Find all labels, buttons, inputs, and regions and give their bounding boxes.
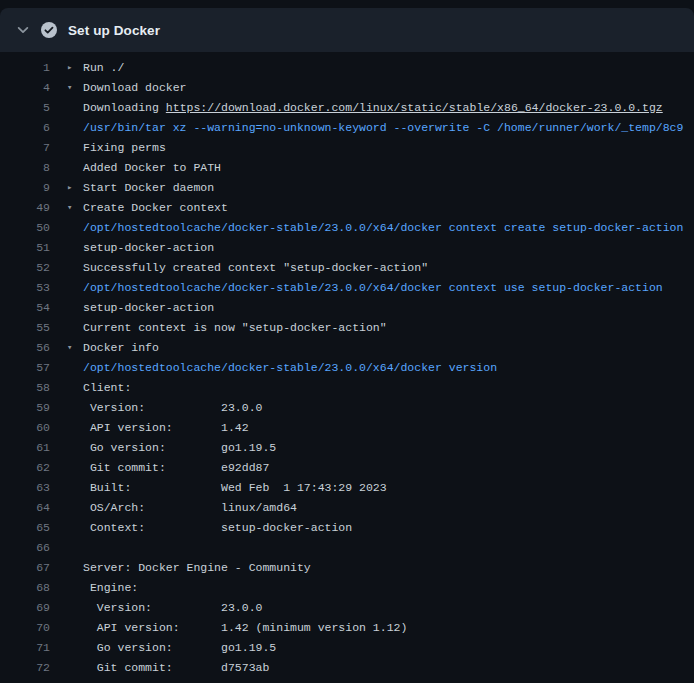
line-number[interactable]: 67 xyxy=(0,558,50,578)
download-url-link[interactable]: https://download.docker.com/linux/static… xyxy=(166,101,663,114)
log-line: 55Current context is now "setup-docker-a… xyxy=(0,318,694,338)
log-group-header[interactable]: 1▸Run ./ xyxy=(0,58,694,78)
log-line: 72 Git commit: d7573ab xyxy=(0,658,694,678)
log-line: 54setup-docker-action xyxy=(0,298,694,318)
log-text: Version: 23.0.0 xyxy=(83,401,262,414)
log-line: 53/opt/hostedtoolcache/docker-stable/23.… xyxy=(0,278,694,298)
log-group-header[interactable]: 4▾Download docker xyxy=(0,78,694,98)
log-line: 59 Version: 23.0.0 xyxy=(0,398,694,418)
line-content: /usr/bin/tar xz --warning=no-unknown-key… xyxy=(66,118,694,138)
log-line: 58Client: xyxy=(0,378,694,398)
line-content: ▸Start Docker daemon xyxy=(66,178,694,198)
log-line: 70 API version: 1.42 (minimum version 1.… xyxy=(0,618,694,638)
line-number[interactable]: 51 xyxy=(0,238,50,258)
line-content: setup-docker-action xyxy=(66,238,694,258)
line-number[interactable]: 58 xyxy=(0,378,50,398)
group-expanded-arrow-icon: ▾ xyxy=(67,198,81,218)
line-content: Downloading https://download.docker.com/… xyxy=(66,98,694,118)
log-line: 67Server: Docker Engine - Community xyxy=(0,558,694,578)
log-text: setup-docker-action xyxy=(83,301,214,314)
line-number[interactable]: 68 xyxy=(0,578,50,598)
line-content: ▾Docker info xyxy=(66,338,694,358)
line-content xyxy=(66,538,694,558)
line-content: /opt/hostedtoolcache/docker-stable/23.0.… xyxy=(66,278,694,298)
line-content: Current context is now "setup-docker-act… xyxy=(66,318,694,338)
line-number[interactable]: 5 xyxy=(0,98,50,118)
line-number[interactable]: 57 xyxy=(0,358,50,378)
log-group-header[interactable]: 9▸Start Docker daemon xyxy=(0,178,694,198)
line-number[interactable]: 71 xyxy=(0,638,50,658)
line-number[interactable]: 7 xyxy=(0,138,50,158)
line-content: Go version: go1.19.5 xyxy=(66,638,694,658)
line-number[interactable]: 63 xyxy=(0,478,50,498)
line-number[interactable]: 8 xyxy=(0,158,50,178)
line-number[interactable]: 62 xyxy=(0,458,50,478)
line-number[interactable]: 61 xyxy=(0,438,50,458)
line-number[interactable]: 64 xyxy=(0,498,50,518)
log-group-header[interactable]: 49▾Create Docker context xyxy=(0,198,694,218)
log-text: Git commit: e92dd87 xyxy=(83,461,269,474)
line-content: Built: Wed Feb 1 17:43:29 2023 xyxy=(66,478,694,498)
log-line: 57/opt/hostedtoolcache/docker-stable/23.… xyxy=(0,358,694,378)
step-success-check-icon xyxy=(41,22,57,38)
log-line: 71 Go version: go1.19.5 xyxy=(0,638,694,658)
line-number[interactable]: 59 xyxy=(0,398,50,418)
line-content: Fixing perms xyxy=(66,138,694,158)
line-content: Version: 23.0.0 xyxy=(66,598,694,618)
log-line: 61 Go version: go1.19.5 xyxy=(0,438,694,458)
chevron-down-icon[interactable] xyxy=(16,23,30,37)
line-number[interactable]: 1 xyxy=(0,58,50,78)
line-content: ▸Run ./ xyxy=(66,58,694,78)
log-text: API version: 1.42 (minimum version 1.12) xyxy=(83,621,407,634)
line-number[interactable]: 54 xyxy=(0,298,50,318)
line-number[interactable]: 6 xyxy=(0,118,50,138)
line-number[interactable]: 60 xyxy=(0,418,50,438)
step-header[interactable]: Set up Docker xyxy=(0,8,694,52)
line-content: Added Docker to PATH xyxy=(66,158,694,178)
log-line: 62 Git commit: e92dd87 xyxy=(0,458,694,478)
line-number[interactable]: 4 xyxy=(0,78,50,98)
line-content: /opt/hostedtoolcache/docker-stable/23.0.… xyxy=(66,218,694,238)
log-text: Git commit: d7573ab xyxy=(83,661,269,674)
log-line: 5Downloading https://download.docker.com… xyxy=(0,98,694,118)
log-text: API version: 1.42 xyxy=(83,421,249,434)
log-text: Built: Wed Feb 1 17:43:29 2023 xyxy=(83,481,387,494)
line-content: API version: 1.42 (minimum version 1.12) xyxy=(66,618,694,638)
line-number[interactable]: 50 xyxy=(0,218,50,238)
group-title: Start Docker daemon xyxy=(83,181,214,194)
line-number[interactable]: 53 xyxy=(0,278,50,298)
log-line: 8Added Docker to PATH xyxy=(0,158,694,178)
log-line: 52Successfully created context "setup-do… xyxy=(0,258,694,278)
line-number[interactable]: 55 xyxy=(0,318,50,338)
line-number[interactable]: 69 xyxy=(0,598,50,618)
line-content: Context: setup-docker-action xyxy=(66,518,694,538)
line-number[interactable]: 52 xyxy=(0,258,50,278)
line-number[interactable]: 70 xyxy=(0,618,50,638)
log-line: 66 xyxy=(0,538,694,558)
log-text: Server: Docker Engine - Community xyxy=(83,561,311,574)
log-line: 64 OS/Arch: linux/amd64 xyxy=(0,498,694,518)
group-collapsed-arrow-icon: ▸ xyxy=(67,178,81,198)
line-content: Server: Docker Engine - Community xyxy=(66,558,694,578)
command-text: /opt/hostedtoolcache/docker-stable/23.0.… xyxy=(83,221,683,234)
log-line: 60 API version: 1.42 xyxy=(0,418,694,438)
log-group-header[interactable]: 56▾Docker info xyxy=(0,338,694,358)
log-text: Context: setup-docker-action xyxy=(83,521,352,534)
line-content: Successfully created context "setup-dock… xyxy=(66,258,694,278)
line-number[interactable]: 56 xyxy=(0,338,50,358)
line-number[interactable]: 65 xyxy=(0,518,50,538)
group-title: Download docker xyxy=(83,81,187,94)
group-expanded-arrow-icon: ▾ xyxy=(67,78,81,98)
line-number[interactable]: 9 xyxy=(0,178,50,198)
log-text: Downloading xyxy=(83,101,166,114)
line-number[interactable]: 66 xyxy=(0,538,50,558)
line-content: Engine: xyxy=(66,578,694,598)
log-line: 7Fixing perms xyxy=(0,138,694,158)
log-line: 50/opt/hostedtoolcache/docker-stable/23.… xyxy=(0,218,694,238)
log-text: Client: xyxy=(83,381,131,394)
line-number[interactable]: 72 xyxy=(0,658,50,678)
line-content: /opt/hostedtoolcache/docker-stable/23.0.… xyxy=(66,358,694,378)
command-text: /opt/hostedtoolcache/docker-stable/23.0.… xyxy=(83,361,497,374)
line-number[interactable]: 49 xyxy=(0,198,50,218)
log-line: 68 Engine: xyxy=(0,578,694,598)
